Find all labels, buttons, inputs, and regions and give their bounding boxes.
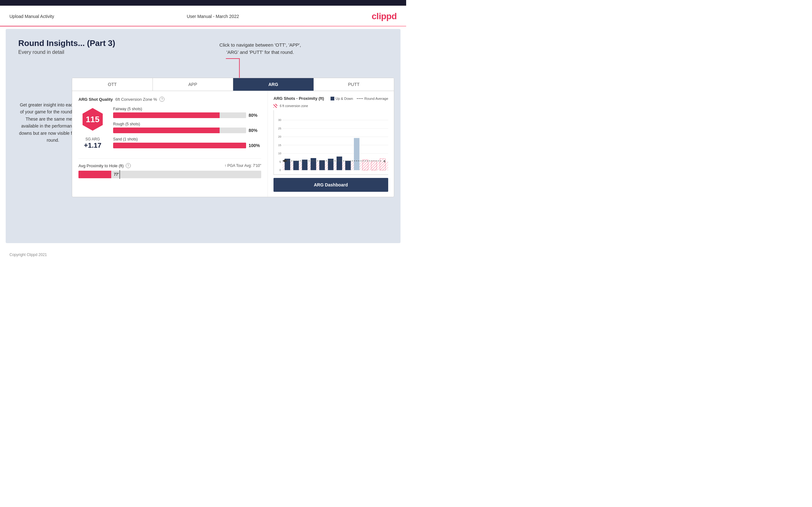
nav-annotation: Click to navigate between 'OTT', 'APP','… [219, 42, 301, 83]
proximity-cursor [119, 170, 120, 179]
chart-svg: 0 5 10 15 20 25 30 [274, 110, 388, 173]
card-body: ARG Shot Quality 6ft Conversion Zone % ?… [72, 91, 394, 197]
svg-rect-18 [293, 161, 299, 170]
legend-6ft-icon [273, 104, 277, 108]
proximity-title: Avg Proximity to Hole (ft) ? [79, 163, 131, 168]
section-title: Round Insights... (Part 3) Every round i… [18, 39, 388, 55]
proximity-bar-fill: 77' [79, 171, 111, 178]
top-bar [0, 0, 406, 6]
tab-bar: OTT APP ARG PUTT [72, 78, 394, 91]
svg-text:5: 5 [280, 160, 281, 163]
proximity-bar-track: 77' [79, 171, 261, 178]
bar-label-sand: Sand (1 shots) [113, 137, 261, 142]
content-area: 115 SG ARG +1.17 Fairway (5 shots) [79, 107, 261, 152]
bar-fill-rough [113, 127, 220, 133]
bar-label-rough: Rough (5 shots) [113, 122, 261, 126]
svg-rect-23 [337, 157, 342, 170]
card-panel: OTT APP ARG PUTT ARG Shot Quality 6ft Co… [72, 78, 394, 197]
bar-track-fairway [113, 112, 246, 118]
proximity-value: 77' [114, 172, 119, 177]
sg-label: SG ARG [84, 137, 101, 142]
svg-text:10: 10 [278, 152, 282, 155]
legend-updown-icon [331, 97, 334, 101]
bar-track-rough [113, 127, 246, 133]
bar-fill-sand [113, 143, 246, 148]
tab-putt[interactable]: PUTT [314, 78, 394, 91]
sg-section: SG ARG +1.17 [84, 137, 101, 150]
panel-header: ARG Shot Quality 6ft Conversion Zone % ? [79, 97, 261, 102]
legend-round-avg-icon [357, 98, 363, 99]
bar-wrapper-rough: 80% [113, 127, 261, 133]
arg-dashboard-button[interactable]: ARG Dashboard [273, 178, 388, 192]
svg-rect-19 [302, 160, 308, 170]
svg-rect-21 [319, 160, 325, 170]
bar-fill-fairway [113, 112, 220, 118]
svg-rect-20 [311, 158, 316, 170]
bar-pct-fairway: 80% [249, 113, 261, 118]
svg-rect-28 [371, 161, 377, 170]
bars-section: Fairway (5 shots) 80% Rough (5 shots) [113, 107, 261, 152]
bar-pct-rough: 80% [249, 128, 261, 133]
copyright: Copyright Clippd 2021 [9, 252, 47, 257]
nav-annotation-text: Click to navigate between 'OTT', 'APP','… [219, 42, 301, 56]
legend-updown: Up & Down [331, 97, 353, 101]
hex-badge: 115 SG ARG +1.17 [79, 107, 107, 152]
chart-header: ARG Shots - Proximity (ft) Up & Down Rou… [273, 96, 388, 101]
clippd-logo: clippd [372, 11, 397, 21]
user-manual-label: User Manual - March 2022 [187, 14, 239, 19]
svg-text:8: 8 [384, 159, 385, 163]
footer: Copyright Clippd 2021 [0, 249, 406, 261]
hex-number: 115 [86, 115, 99, 124]
proximity-section: Avg Proximity to Hole (ft) ? ↑ PGA Tour … [79, 158, 261, 178]
right-panel: ARG Shots - Proximity (ft) Up & Down Rou… [268, 91, 394, 197]
proximity-header: Avg Proximity to Hole (ft) ? ↑ PGA Tour … [79, 163, 261, 168]
panel-header-title: ARG Shot Quality [79, 97, 113, 102]
legend-round-avg: Round Average [357, 97, 388, 101]
info-icon[interactable]: ? [159, 97, 164, 102]
svg-text:15: 15 [278, 144, 282, 147]
tab-ott[interactable]: OTT [72, 78, 153, 91]
tab-arg[interactable]: ARG [233, 78, 314, 91]
svg-rect-26 [363, 160, 368, 170]
svg-rect-22 [328, 159, 334, 170]
bar-pct-sand: 100% [249, 143, 261, 148]
chart-area: 0 5 10 15 20 25 30 [273, 110, 388, 175]
chart-legend: Up & Down Round Average [331, 97, 388, 101]
bar-row-fairway: Fairway (5 shots) 80% [113, 107, 261, 118]
svg-text:0: 0 [280, 168, 281, 172]
bar-wrapper-fairway: 80% [113, 112, 261, 118]
svg-text:25: 25 [278, 127, 282, 130]
bar-row-sand: Sand (1 shots) 100% [113, 137, 261, 148]
svg-rect-25 [354, 138, 359, 170]
bar-label-fairway: Fairway (5 shots) [113, 107, 261, 111]
legend-6ft-item: 6 ft conversion zone [273, 104, 388, 108]
header: Upload Manual Activity User Manual - Mar… [0, 6, 406, 26]
sg-value: +1.17 [84, 142, 101, 150]
legend-6ft: 6 ft conversion zone [273, 104, 388, 108]
svg-text:20: 20 [278, 135, 282, 138]
tab-app[interactable]: APP [153, 78, 234, 91]
svg-rect-24 [345, 161, 351, 170]
main-content: Round Insights... (Part 3) Every round i… [6, 29, 401, 243]
proximity-info-icon[interactable]: ? [126, 163, 131, 168]
hexagon: 115 [80, 107, 105, 132]
header-divider [0, 26, 406, 26]
bar-row-rough: Rough (5 shots) 80% [113, 122, 261, 133]
bar-track-sand [113, 143, 246, 148]
svg-text:30: 30 [278, 118, 282, 122]
proximity-avg: ↑ PGA Tour Avg: 7'10" [224, 163, 261, 168]
upload-label[interactable]: Upload Manual Activity [9, 14, 54, 19]
bar-wrapper-sand: 100% [113, 143, 261, 148]
chart-title: ARG Shots - Proximity (ft) [273, 96, 324, 101]
panel-header-subtitle: 6ft Conversion Zone % [115, 97, 157, 102]
left-panel: ARG Shot Quality 6ft Conversion Zone % ?… [72, 91, 268, 197]
